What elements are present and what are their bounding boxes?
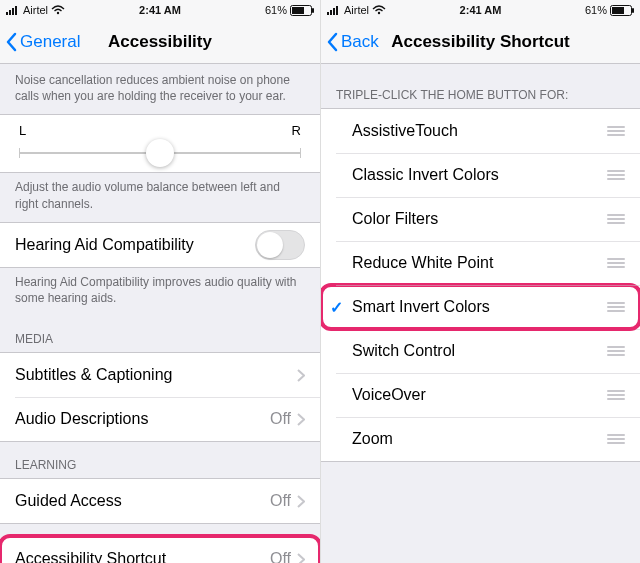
- media-group: Subtitles & Captioning Audio Description…: [0, 352, 320, 442]
- back-button[interactable]: Back: [327, 32, 379, 52]
- reorder-handle-icon[interactable]: [607, 170, 625, 180]
- right-pane: Airtel 2:41 AM 61% Back Accessibility Sh…: [320, 0, 640, 563]
- audio-desc-value: Off: [270, 410, 291, 428]
- status-bar: Airtel 2:41 AM 61%: [321, 0, 640, 20]
- accessibility-shortcut-group: Accessibility Shortcut Off: [0, 536, 320, 563]
- svg-rect-6: [292, 7, 304, 14]
- checkmark-icon: ✓: [330, 298, 352, 317]
- carrier-label: Airtel: [23, 4, 48, 16]
- svg-rect-0: [6, 12, 8, 15]
- reorder-handle-icon[interactable]: [607, 214, 625, 224]
- chevron-left-icon: [6, 32, 18, 52]
- reorder-handle-icon[interactable]: [607, 434, 625, 444]
- guided-access-value: Off: [270, 492, 291, 510]
- signal-icon: [6, 5, 20, 15]
- slider-track[interactable]: [19, 152, 301, 154]
- svg-point-4: [57, 12, 59, 14]
- shortcut-option-row[interactable]: ✓Smart Invert Colors: [321, 285, 640, 329]
- subtitles-row[interactable]: Subtitles & Captioning: [0, 353, 320, 397]
- wifi-icon: [372, 5, 386, 15]
- left-content: Noise cancellation reduces ambient noise…: [0, 64, 320, 563]
- chevron-left-icon: [327, 32, 339, 52]
- shortcut-option-label: Reduce White Point: [352, 254, 607, 272]
- shortcut-option-row[interactable]: AssistiveTouch: [321, 109, 640, 153]
- left-pane: Airtel 2:41 AM 61% General Accessibility…: [0, 0, 320, 563]
- shortcut-option-row[interactable]: VoiceOver: [321, 373, 640, 417]
- guided-access-row[interactable]: Guided Access Off: [0, 479, 320, 523]
- balance-slider[interactable]: L R: [0, 115, 320, 172]
- svg-rect-15: [632, 8, 634, 13]
- shortcut-option-row[interactable]: Color Filters: [321, 197, 640, 241]
- svg-rect-7: [312, 8, 314, 13]
- back-label: General: [20, 32, 80, 52]
- shortcut-option-label: Color Filters: [352, 210, 607, 228]
- svg-rect-14: [612, 7, 624, 14]
- svg-rect-10: [333, 8, 335, 15]
- status-bar: Airtel 2:41 AM 61%: [0, 0, 320, 20]
- svg-rect-9: [330, 10, 332, 15]
- shortcut-options-list: AssistiveTouchClassic Invert ColorsColor…: [321, 108, 640, 462]
- balance-group: L R: [0, 114, 320, 173]
- reorder-handle-icon[interactable]: [607, 258, 625, 268]
- balance-left-label: L: [19, 123, 26, 138]
- battery-icon: [290, 5, 314, 16]
- hearing-aid-note: Hearing Aid Compatibility improves audio…: [0, 268, 320, 316]
- shortcut-option-label: AssistiveTouch: [352, 122, 607, 140]
- svg-rect-2: [12, 8, 14, 15]
- svg-point-12: [378, 12, 380, 14]
- shortcut-option-label: Smart Invert Colors: [352, 298, 607, 316]
- battery-percent: 61%: [265, 4, 287, 16]
- chevron-right-icon: [297, 369, 305, 382]
- accessibility-shortcut-value: Off: [270, 550, 291, 563]
- chevron-right-icon: [297, 553, 305, 563]
- shortcut-option-label: VoiceOver: [352, 386, 607, 404]
- battery-percent: 61%: [585, 4, 607, 16]
- triple-click-header: TRIPLE-CLICK THE HOME BUTTON FOR:: [321, 64, 640, 108]
- navbar: General Accessibility: [0, 20, 320, 64]
- back-label: Back: [341, 32, 379, 52]
- hearing-aid-group: Hearing Aid Compatibility: [0, 222, 320, 268]
- shortcut-option-row[interactable]: Zoom: [321, 417, 640, 461]
- svg-rect-1: [9, 10, 11, 15]
- hearing-aid-row[interactable]: Hearing Aid Compatibility: [0, 223, 320, 267]
- back-button[interactable]: General: [6, 32, 80, 52]
- noise-cancel-note: Noise cancellation reduces ambient noise…: [0, 64, 320, 114]
- svg-rect-11: [336, 6, 338, 15]
- shortcut-option-row[interactable]: Reduce White Point: [321, 241, 640, 285]
- balance-right-label: R: [292, 123, 301, 138]
- navbar: Back Accessibility Shortcut: [321, 20, 640, 64]
- wifi-icon: [51, 5, 65, 15]
- carrier-label: Airtel: [344, 4, 369, 16]
- subtitles-label: Subtitles & Captioning: [15, 366, 291, 384]
- accessibility-shortcut-label: Accessibility Shortcut: [15, 550, 270, 563]
- hearing-aid-toggle[interactable]: [255, 230, 305, 260]
- chevron-right-icon: [297, 413, 305, 426]
- signal-icon: [327, 5, 341, 15]
- shortcut-option-row[interactable]: Classic Invert Colors: [321, 153, 640, 197]
- balance-note: Adjust the audio volume balance between …: [0, 173, 320, 221]
- shortcut-option-label: Zoom: [352, 430, 607, 448]
- slider-thumb[interactable]: [146, 139, 174, 167]
- shortcut-option-label: Classic Invert Colors: [352, 166, 607, 184]
- reorder-handle-icon[interactable]: [607, 302, 625, 312]
- guided-access-label: Guided Access: [15, 492, 270, 510]
- reorder-handle-icon[interactable]: [607, 126, 625, 136]
- chevron-right-icon: [297, 495, 305, 508]
- reorder-handle-icon[interactable]: [607, 346, 625, 356]
- audio-desc-row[interactable]: Audio Descriptions Off: [0, 397, 320, 441]
- accessibility-shortcut-row[interactable]: Accessibility Shortcut Off: [0, 537, 320, 563]
- learning-group: Guided Access Off: [0, 478, 320, 524]
- svg-rect-3: [15, 6, 17, 15]
- right-content: TRIPLE-CLICK THE HOME BUTTON FOR: Assist…: [321, 64, 640, 563]
- media-header: MEDIA: [0, 316, 320, 352]
- shortcut-option-row[interactable]: Switch Control: [321, 329, 640, 373]
- battery-icon: [610, 5, 634, 16]
- svg-rect-8: [327, 12, 329, 15]
- reorder-handle-icon[interactable]: [607, 390, 625, 400]
- audio-desc-label: Audio Descriptions: [15, 410, 270, 428]
- learning-header: LEARNING: [0, 442, 320, 478]
- shortcut-option-label: Switch Control: [352, 342, 607, 360]
- hearing-aid-label: Hearing Aid Compatibility: [15, 236, 255, 254]
